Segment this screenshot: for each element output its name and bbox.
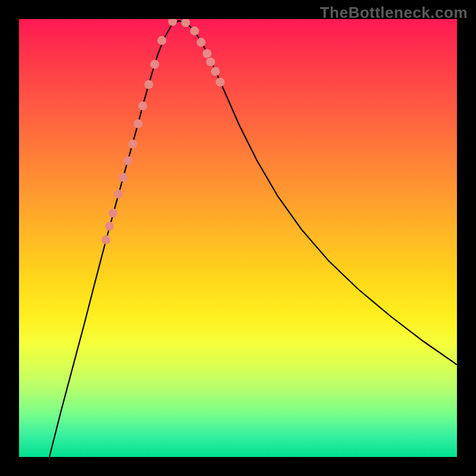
marker-dot — [197, 38, 206, 47]
marker-dot — [139, 102, 148, 111]
marker-dot — [119, 173, 128, 182]
marker-dot — [109, 209, 118, 218]
plot-area — [19, 19, 457, 457]
chart-frame: TheBottleneck.com — [0, 0, 476, 476]
marker-dot — [134, 120, 143, 129]
marker-group — [102, 19, 225, 245]
marker-dot — [124, 156, 133, 165]
marker-dot — [102, 236, 111, 245]
chart-svg — [19, 19, 457, 457]
marker-dot — [105, 222, 114, 231]
marker-dot — [190, 27, 199, 36]
curve-line — [49, 21, 457, 457]
marker-dot — [203, 49, 212, 58]
marker-dot — [151, 60, 159, 69]
marker-dot — [216, 78, 225, 87]
marker-dot — [211, 67, 220, 76]
watermark-text: TheBottleneck.com — [320, 4, 468, 22]
marker-dot — [114, 190, 123, 199]
marker-dot — [158, 36, 167, 45]
marker-dot — [168, 19, 177, 26]
marker-dot — [145, 80, 154, 89]
marker-dot — [129, 140, 137, 149]
marker-dot — [206, 58, 215, 67]
